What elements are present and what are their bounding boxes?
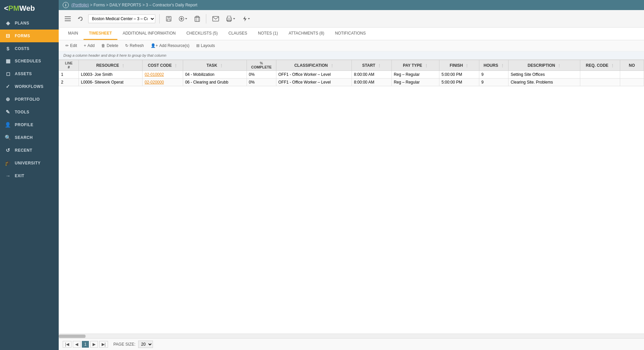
tab-timesheet[interactable]: TIMESHEET — [84, 28, 117, 40]
undo-button[interactable] — [75, 14, 86, 23]
tab-checklists[interactable]: CHECKLISTS (5) — [181, 28, 223, 40]
page-size-label: PAGE SIZE: — [113, 342, 136, 347]
svg-rect-0 — [65, 16, 71, 17]
costs-icon: $ — [5, 46, 11, 51]
edit-button[interactable]: ✏ Edit — [63, 42, 80, 49]
table-cell: OFF1 - Office Worker – Level — [276, 79, 352, 86]
save-button[interactable] — [164, 14, 174, 23]
col-pay-type: PAY TYPE ⋮ — [391, 60, 439, 71]
col-no: NO — [620, 60, 644, 71]
sidebar-item-label: TOOLS — [15, 110, 30, 114]
svg-rect-6 — [167, 19, 170, 21]
portfolio-icon: ⊕ — [5, 96, 11, 102]
table-cell[interactable]: 02-020000 — [143, 79, 183, 86]
sidebar-item-profile[interactable]: 👤 PROFILE — [0, 118, 59, 131]
table-cell[interactable]: 02-010002 — [143, 71, 183, 79]
tools-icon: ✎ — [5, 109, 11, 115]
table-cell: Reg – Regular — [391, 71, 439, 79]
page-size-select[interactable]: 20 — [138, 341, 153, 348]
sidebar-item-exit[interactable]: → EXIT — [0, 169, 59, 182]
delete-action-button[interactable]: 🗑 Delete — [99, 42, 121, 49]
svg-rect-11 — [195, 17, 200, 21]
recent-icon: ↺ — [5, 147, 11, 153]
svg-marker-22 — [248, 18, 250, 19]
tab-clauses[interactable]: CLAUSES — [223, 28, 253, 40]
project-select[interactable]: Boston Medical Center – 3 – Contrac — [88, 14, 155, 23]
tab-notifications[interactable]: NOTIFICATIONS — [330, 28, 371, 40]
col-finish: FINISH ⋮ — [439, 60, 479, 71]
sidebar-item-recent[interactable]: ↺ RECENT — [0, 144, 59, 157]
add-resource-action-button[interactable]: + Add — [81, 42, 97, 49]
add-label: Add — [88, 43, 95, 48]
add-button[interactable] — [176, 14, 190, 23]
sidebar: <PMWeb ◈ PLANS ⊟ FORMS $ COSTS ▦ SCHEDUL… — [0, 0, 59, 350]
col-hours: HOURS ⋮ — [479, 60, 508, 71]
sidebar-item-university[interactable]: 🎓 UNIVERSITY — [0, 157, 59, 169]
table-cell: 9 — [479, 71, 508, 79]
refresh-label: Refresh — [130, 43, 144, 48]
table-row[interactable]: 1L0003- Joe Smith02-01000204 - Mobilizat… — [59, 71, 644, 79]
col-line: LINE # — [59, 60, 79, 71]
table-cell: 5:00:00 PM — [439, 71, 479, 79]
table-cell — [580, 71, 620, 79]
first-page-button[interactable]: |◀ — [63, 341, 71, 348]
sidebar-item-tools[interactable]: ✎ TOOLS — [0, 106, 59, 118]
breadcrumb-portfolio[interactable]: (Portfolio) — [71, 3, 89, 7]
main-content: i (Portfolio) > Forms > DAILY REPORTS > … — [59, 0, 644, 350]
hamburger-menu-button[interactable] — [63, 15, 73, 22]
lightning-button[interactable] — [240, 14, 253, 23]
svg-rect-1 — [65, 18, 71, 19]
university-icon: 🎓 — [5, 160, 11, 166]
sidebar-item-label: COSTS — [15, 46, 30, 51]
sidebar-item-search[interactable]: 🔍 SEARCH — [0, 131, 59, 144]
col-classification: CLASSIFICATION ⋮ — [276, 60, 352, 71]
col-cost-code: COST CODE ⋮ — [143, 60, 183, 71]
svg-rect-2 — [65, 20, 71, 21]
table-header-row: LINE # RESOURCE ⋮ COST CODE ⋮ TASK ⋮ — [59, 60, 644, 71]
table-cell: 9 — [479, 79, 508, 86]
sidebar-item-assets[interactable]: ◻ ASSETS — [0, 67, 59, 80]
tab-notes[interactable]: NOTES (1) — [253, 28, 283, 40]
table-cell: Clearing Site. Problems — [508, 79, 580, 86]
sidebar-item-costs[interactable]: $ COSTS — [0, 42, 59, 55]
table-cell — [620, 79, 644, 86]
timesheet-table: LINE # RESOURCE ⋮ COST CODE ⋮ TASK ⋮ — [59, 60, 644, 86]
svg-marker-10 — [185, 18, 187, 19]
info-icon[interactable]: i — [63, 2, 69, 8]
table-cell: 06 - Clearing and Grubb — [183, 79, 247, 86]
print-button[interactable] — [224, 14, 238, 23]
scrollbar-thumb[interactable] — [59, 335, 86, 338]
sidebar-item-portfolio[interactable]: ⊕ PORTFOLIO — [0, 93, 59, 106]
tab-main[interactable]: MAIN — [63, 28, 84, 40]
col-req-code: REQ. CODE ⋮ — [580, 60, 620, 71]
sidebar-item-workflows[interactable]: ✓ WORKFLOWS — [0, 80, 59, 93]
prev-page-button[interactable]: ◀ — [73, 341, 80, 348]
sidebar-item-forms[interactable]: ⊟ FORMS — [0, 30, 59, 42]
next-page-button[interactable]: ▶ — [90, 341, 98, 348]
current-page-button[interactable]: 1 — [82, 341, 89, 348]
add-resources-button[interactable]: 👤+ Add Resource(s) — [148, 42, 192, 49]
delete-button[interactable] — [193, 14, 202, 23]
col-task: TASK ⋮ — [183, 60, 247, 71]
email-button[interactable] — [210, 15, 221, 23]
refresh-button[interactable]: ↻ Refresh — [122, 42, 147, 49]
assets-icon: ◻ — [5, 71, 11, 77]
action-bar: ✏ Edit + Add 🗑 Delete ↻ Refresh 👤+ Add R… — [59, 40, 644, 51]
horizontal-scrollbar[interactable] — [59, 334, 644, 338]
sidebar-item-schedules[interactable]: ▦ SCHEDULES — [0, 55, 59, 67]
forms-icon: ⊟ — [5, 33, 11, 39]
layouts-button[interactable]: ⊞ Layouts — [194, 42, 218, 49]
table-row[interactable]: 2L0006- Sitework Operat02-02000006 - Cle… — [59, 79, 644, 86]
delete-label: Delete — [107, 43, 118, 48]
sidebar-item-label: UNIVERSITY — [15, 161, 41, 165]
sidebar-item-plans[interactable]: ◈ PLANS — [0, 17, 59, 30]
logo-text: <PMWeb — [4, 4, 35, 13]
table-cell — [620, 71, 644, 79]
top-bar: i (Portfolio) > Forms > DAILY REPORTS > … — [59, 0, 644, 10]
tab-attachments[interactable]: ATTACHMENTS (8) — [283, 28, 329, 40]
svg-marker-21 — [243, 16, 247, 21]
table-cell: Setting Site Offices — [508, 71, 580, 79]
tab-additional[interactable]: ADDITIONAL INFORMATION — [117, 28, 181, 40]
last-page-button[interactable]: ▶| — [99, 341, 108, 348]
table-cell: 1 — [59, 71, 79, 79]
